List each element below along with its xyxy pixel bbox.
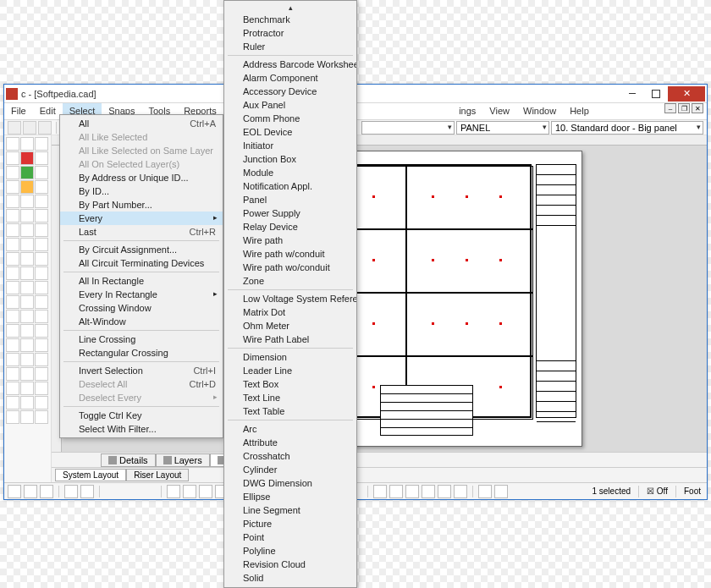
zoom-icon[interactable] [373,485,387,498]
every-ohm-meter[interactable]: Ohm Meter [224,319,356,332]
tool-button[interactable] [35,209,48,223]
menu-ings[interactable]: ings [452,103,482,119]
select-every-in-rectangle[interactable]: Every In Rectangle▸ [60,288,223,301]
tool-button[interactable] [6,310,19,323]
tool-button[interactable] [35,137,48,151]
tool-button[interactable] [20,295,34,309]
status-btn[interactable] [183,485,196,498]
every-alarm-component[interactable]: Alarm Component [224,71,356,85]
every-wire-path-label[interactable]: Wire Path Label [224,332,356,346]
tool-button[interactable] [35,238,48,251]
every-panel[interactable]: Panel [224,193,356,206]
tool-button[interactable] [6,295,19,309]
every-initiator[interactable]: Initiator [224,139,356,152]
menu-window[interactable]: Window [516,103,563,119]
every-solid[interactable]: Solid [224,571,356,585]
every-revision-cloud[interactable]: Revision Cloud [224,558,356,571]
every-cylinder[interactable]: Cylinder [224,463,356,476]
every-comm-phone[interactable]: Comm Phone [224,112,356,125]
tool-button[interactable] [6,223,19,237]
new-icon[interactable] [8,121,21,135]
tool-button[interactable] [6,166,19,179]
combo-1[interactable] [361,121,455,135]
select-by-part-number-[interactable]: By Part Number... [60,198,223,212]
mdi-close[interactable]: ✕ [692,103,703,113]
tool-button[interactable] [6,382,19,395]
menu-help[interactable]: Help [563,103,596,119]
every-wire-path-w-conduit[interactable]: Wire path w/conduit [224,247,356,261]
tool-button[interactable] [20,195,34,208]
select-rectangular-crossing[interactable]: Rectangular Crossing [60,346,223,360]
status-btn[interactable] [167,485,180,498]
status-btn[interactable] [8,485,21,498]
select-by-address-or-unique-id-[interactable]: By Address or Unique ID... [60,171,223,184]
tool-button[interactable] [6,353,19,366]
tool-button[interactable] [6,410,19,424]
every-zone[interactable]: Zone [224,274,356,288]
tool-button[interactable] [35,295,48,309]
tool-button[interactable] [35,195,48,208]
mdi-restore[interactable]: ❐ [678,103,690,113]
every-ellipse[interactable]: Ellipse [224,490,356,503]
tool-button[interactable] [20,353,34,366]
every-text-line[interactable]: Text Line [224,391,356,404]
combo-device[interactable]: PANEL [456,121,549,135]
tool-button[interactable] [35,353,48,366]
minimize-button[interactable] [620,86,644,102]
every-line-segment[interactable]: Line Segment [224,503,356,517]
select-by-circuit-assignment-[interactable]: By Circuit Assignment... [60,243,223,256]
every-leader-line[interactable]: Leader Line [224,364,356,377]
select-all[interactable]: AllCtrl+A [60,117,223,130]
tool-button[interactable] [35,267,48,280]
tool-button[interactable] [6,137,19,151]
tool-button[interactable] [6,252,19,266]
tool-button[interactable] [20,367,34,381]
tool-button[interactable] [20,209,34,223]
every-polyline[interactable]: Polyline [224,544,356,558]
tool-button[interactable] [6,238,19,251]
tool-button[interactable] [20,396,34,409]
status-btn[interactable] [64,485,78,498]
mdi-minimize[interactable]: – [664,103,676,113]
status-mode2[interactable]: Foot [681,486,703,496]
tool-button[interactable] [35,310,48,323]
every-attribute[interactable]: Attribute [224,436,356,449]
every-address-barcode-worksheet[interactable]: Address Barcode Worksheet [224,58,356,71]
every-relay-device[interactable]: Relay Device [224,220,356,234]
maximize-button[interactable] [644,86,668,102]
every-point[interactable]: Point [224,530,356,544]
select-by-id-[interactable]: By ID... [60,184,223,198]
every-ruler[interactable]: Ruler [224,40,356,53]
tool-button[interactable] [20,151,34,165]
tool-button[interactable] [6,338,19,352]
status-mode1[interactable]: ☒ Off [644,486,670,496]
select-alt-window[interactable]: Alt-Window [60,315,223,328]
select-line-crossing[interactable]: Line Crossing [60,332,223,346]
tool-button[interactable] [35,396,48,409]
tool-button[interactable] [35,410,48,424]
status-btn[interactable] [199,485,212,498]
tool-button[interactable] [35,338,48,352]
every-benchmark[interactable]: Benchmark [224,13,356,26]
tool-button[interactable] [20,281,34,294]
every-symbol[interactable]: Symbol [224,585,356,588]
select-all-in-rectangle[interactable]: All In Rectangle [60,274,223,288]
tool-button[interactable] [35,324,48,338]
every-picture[interactable]: Picture [224,517,356,530]
tool-button[interactable] [6,396,19,409]
tool-button[interactable] [35,252,48,266]
every-arc[interactable]: Arc [224,422,356,436]
status-btn[interactable] [40,485,53,498]
tab-details[interactable]: Details [101,453,156,467]
tool-button[interactable] [35,367,48,381]
tool-button[interactable] [6,180,19,194]
status-btn[interactable] [24,485,37,498]
save-icon[interactable] [38,121,52,135]
menu-view[interactable]: View [482,103,516,119]
tool-button[interactable] [20,267,34,280]
tab-riser-layout[interactable]: Riser Layout [126,469,189,481]
select-toggle-ctrl-key[interactable]: Toggle Ctrl Key [60,409,223,422]
every-wire-path-wo-conduit[interactable]: Wire path wo/conduit [224,261,356,274]
every-junction-box[interactable]: Junction Box [224,152,356,166]
every-dwg-dimension[interactable]: DWG Dimension [224,476,356,490]
